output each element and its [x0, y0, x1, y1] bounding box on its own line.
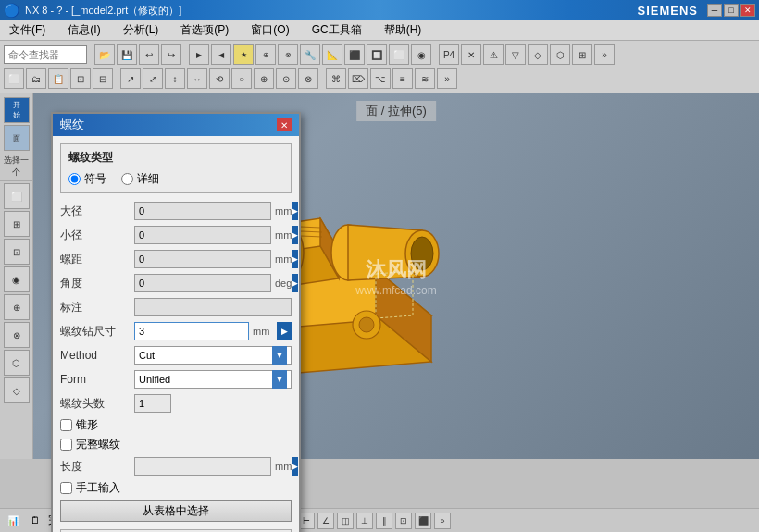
- command-search-input[interactable]: [4, 45, 87, 64]
- status-tb-14[interactable]: ⊥: [356, 513, 373, 529]
- sidebar-btn-2[interactable]: ⊞: [4, 211, 30, 237]
- tb-btn-16[interactable]: P4: [439, 44, 459, 65]
- tb2-btn-14[interactable]: ⊗: [298, 68, 318, 89]
- tb-btn-6[interactable]: ◀: [211, 44, 231, 65]
- tb-btn-12[interactable]: ⬛: [344, 44, 365, 65]
- sidebar-start[interactable]: 开始: [4, 97, 30, 123]
- tb2-btn-2[interactable]: 🗂: [26, 68, 46, 89]
- tb-btn-8[interactable]: ⊕: [255, 44, 276, 65]
- tb2-btn-18[interactable]: ≡: [392, 68, 413, 89]
- tb-btn-17[interactable]: ✕: [461, 44, 481, 65]
- status-tb-18[interactable]: »: [434, 513, 451, 529]
- tb2-btn-11[interactable]: ○: [231, 68, 252, 89]
- menu-file[interactable]: 文件(F): [4, 20, 51, 40]
- tb-btn-1[interactable]: 📂: [94, 44, 115, 65]
- tb2-btn-16[interactable]: ⌦: [348, 68, 368, 89]
- tb2-btn-8[interactable]: ↕: [165, 68, 185, 89]
- tb2-btn-6[interactable]: ↗: [120, 68, 141, 89]
- tb2-btn-5[interactable]: ⊟: [93, 68, 113, 89]
- annotation-input[interactable]: [134, 298, 292, 316]
- tb-btn-11[interactable]: 📐: [322, 44, 342, 65]
- radio-symbol-input[interactable]: [68, 173, 81, 185]
- sidebar-btn-8[interactable]: ◇: [4, 377, 30, 403]
- method-dropdown-arrow[interactable]: ▼: [272, 346, 287, 365]
- tb-btn-3[interactable]: ↩: [139, 44, 159, 65]
- tb2-btn-20[interactable]: »: [437, 68, 457, 89]
- tb-btn-19[interactable]: ▽: [505, 44, 526, 65]
- manual-input-checkbox[interactable]: [60, 482, 72, 494]
- radio-symbol[interactable]: 符号: [68, 171, 106, 187]
- tb-btn-23[interactable]: »: [594, 44, 615, 65]
- angle-input[interactable]: [134, 274, 271, 292]
- form-dropdown-arrow[interactable]: ▼: [272, 370, 287, 389]
- minor-diameter-arrow[interactable]: ▶: [292, 226, 298, 244]
- tb2-btn-1[interactable]: ⬜: [4, 68, 24, 89]
- status-tb-12[interactable]: ∠: [317, 513, 334, 529]
- tb-btn-20[interactable]: ◇: [528, 44, 548, 65]
- dialog-close-button[interactable]: ✕: [277, 118, 292, 131]
- pitch-arrow[interactable]: ▶: [292, 250, 298, 268]
- tb-btn-5[interactable]: ▶: [189, 44, 209, 65]
- tb-btn-9[interactable]: ⊗: [278, 44, 298, 65]
- dialog-title[interactable]: 螺纹 ✕: [53, 114, 299, 136]
- tb-btn-21[interactable]: ⬡: [550, 44, 570, 65]
- tb-btn-15[interactable]: ◉: [411, 44, 431, 65]
- tb-btn-2[interactable]: 💾: [117, 44, 137, 65]
- taper-checkbox[interactable]: [60, 419, 72, 431]
- from-table-button[interactable]: 从表格中选择: [60, 500, 292, 522]
- tb-btn-14[interactable]: ⬜: [389, 44, 409, 65]
- tb2-btn-13[interactable]: ⊙: [276, 68, 296, 89]
- menu-info[interactable]: 信息(I): [62, 20, 106, 40]
- menu-analysis[interactable]: 分析(L): [118, 20, 165, 40]
- sidebar-btn-7[interactable]: ⬡: [4, 350, 30, 376]
- length-input[interactable]: [134, 457, 271, 476]
- status-tb-16[interactable]: ⊡: [395, 513, 412, 529]
- tb2-btn-4[interactable]: ⊡: [70, 68, 91, 89]
- tb2-btn-7[interactable]: ⤢: [143, 68, 163, 89]
- sidebar-btn-6[interactable]: ⊗: [4, 322, 30, 348]
- thread-size-input[interactable]: [134, 322, 249, 340]
- full-thread-checkbox[interactable]: [60, 439, 72, 451]
- menu-gc-tools[interactable]: GC工具箱: [306, 20, 367, 40]
- sidebar-face[interactable]: 面: [4, 125, 30, 151]
- radio-detail[interactable]: 详细: [121, 171, 159, 187]
- major-diameter-arrow[interactable]: ▶: [292, 202, 298, 220]
- status-tb-13[interactable]: ◫: [337, 513, 354, 529]
- tb-btn-13[interactable]: 🔲: [367, 44, 387, 65]
- tb-btn-22[interactable]: ⊞: [572, 44, 592, 65]
- thread-count-row: 螺纹头数: [60, 393, 292, 414]
- tb-btn-18[interactable]: ⚠: [483, 44, 504, 65]
- tb2-btn-17[interactable]: ⌥: [370, 68, 391, 89]
- tb2-btn-10[interactable]: ⟲: [209, 68, 230, 89]
- angle-arrow[interactable]: ▶: [292, 274, 298, 292]
- tb-btn-4[interactable]: ↪: [161, 44, 181, 65]
- menu-window[interactable]: 窗口(O): [245, 20, 294, 40]
- menu-help[interactable]: 帮助(H): [379, 20, 428, 40]
- menu-preferences[interactable]: 首选项(P): [175, 20, 234, 40]
- method-dropdown[interactable]: Cut ▼: [134, 346, 292, 365]
- length-arrow[interactable]: ▶: [292, 457, 298, 476]
- sidebar-btn-4[interactable]: ◉: [4, 266, 30, 292]
- major-diameter-input[interactable]: [134, 202, 271, 220]
- pitch-input[interactable]: [134, 250, 271, 268]
- tb-btn-7[interactable]: ★: [233, 44, 254, 65]
- minor-diameter-input[interactable]: [134, 226, 271, 244]
- radio-detail-input[interactable]: [121, 173, 133, 185]
- thread-count-input[interactable]: [134, 394, 171, 413]
- form-dropdown[interactable]: Unified ▼: [134, 370, 292, 389]
- maximize-button[interactable]: □: [724, 4, 739, 17]
- tb2-btn-15[interactable]: ⌘: [326, 68, 346, 89]
- close-button[interactable]: ✕: [740, 4, 755, 17]
- tb-btn-10[interactable]: 🔧: [300, 44, 320, 65]
- tb2-btn-12[interactable]: ⊕: [254, 68, 274, 89]
- tb2-btn-9[interactable]: ↔: [187, 68, 207, 89]
- status-tb-17[interactable]: ⬛: [415, 513, 431, 529]
- sidebar-btn-1[interactable]: ⬜: [4, 183, 30, 209]
- sidebar-btn-5[interactable]: ⊕: [4, 294, 30, 320]
- status-tb-15[interactable]: ∥: [376, 513, 392, 529]
- sidebar-btn-3[interactable]: ⊡: [4, 239, 30, 265]
- thread-size-arrow[interactable]: ▶: [277, 322, 292, 340]
- tb2-btn-19[interactable]: ≋: [415, 68, 435, 89]
- tb2-btn-3[interactable]: 📋: [48, 68, 68, 89]
- minimize-button[interactable]: ─: [707, 4, 722, 17]
